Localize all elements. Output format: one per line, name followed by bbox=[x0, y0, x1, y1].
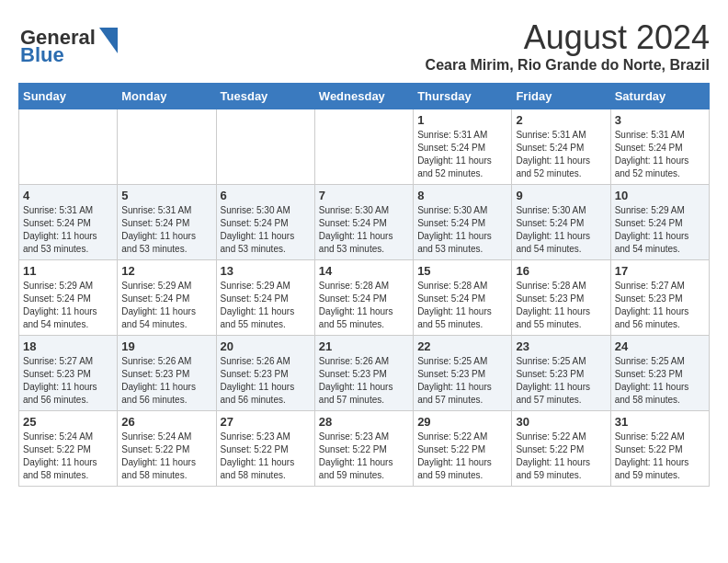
week-row-4: 18Sunrise: 5:27 AMSunset: 5:23 PMDayligh… bbox=[19, 336, 710, 411]
logo: General Blue bbox=[18, 18, 119, 64]
day-number: 25 bbox=[23, 415, 113, 429]
calendar-cell: 26Sunrise: 5:24 AMSunset: 5:22 PMDayligh… bbox=[118, 411, 216, 487]
day-number: 19 bbox=[121, 339, 211, 353]
calendar-subtitle: Ceara Mirim, Rio Grande do Norte, Brazil bbox=[426, 57, 710, 74]
calendar-cell: 21Sunrise: 5:26 AMSunset: 5:23 PMDayligh… bbox=[314, 336, 413, 411]
calendar-cell: 4Sunrise: 5:31 AMSunset: 5:24 PMDaylight… bbox=[19, 185, 118, 260]
day-number: 15 bbox=[417, 264, 507, 278]
calendar-cell: 28Sunrise: 5:23 AMSunset: 5:22 PMDayligh… bbox=[314, 411, 413, 487]
day-info: Sunrise: 5:22 AMSunset: 5:22 PMDaylight:… bbox=[615, 431, 705, 482]
calendar-cell: 8Sunrise: 5:30 AMSunset: 5:24 PMDaylight… bbox=[414, 185, 512, 260]
day-number: 30 bbox=[516, 415, 606, 429]
col-tuesday: Tuesday bbox=[216, 84, 314, 109]
day-info: Sunrise: 5:26 AMSunset: 5:23 PMDaylight:… bbox=[221, 355, 311, 407]
day-info: Sunrise: 5:30 AMSunset: 5:24 PMDaylight:… bbox=[319, 204, 409, 256]
day-info: Sunrise: 5:31 AMSunset: 5:24 PMDaylight:… bbox=[417, 129, 507, 180]
day-info: Sunrise: 5:29 AMSunset: 5:24 PMDaylight:… bbox=[615, 204, 705, 256]
day-info: Sunrise: 5:27 AMSunset: 5:23 PMDaylight:… bbox=[23, 355, 113, 407]
day-info: Sunrise: 5:22 AMSunset: 5:22 PMDaylight:… bbox=[417, 431, 507, 482]
week-row-1: 1Sunrise: 5:31 AMSunset: 5:24 PMDaylight… bbox=[19, 109, 710, 185]
calendar-cell bbox=[216, 109, 314, 185]
day-info: Sunrise: 5:28 AMSunset: 5:23 PMDaylight:… bbox=[516, 280, 606, 331]
day-number: 27 bbox=[221, 415, 311, 429]
calendar-cell bbox=[19, 109, 118, 185]
calendar-cell bbox=[314, 109, 413, 185]
header: General Blue August 2024 Ceara Mirim, Ri… bbox=[18, 18, 710, 74]
calendar-cell: 5Sunrise: 5:31 AMSunset: 5:24 PMDaylight… bbox=[118, 185, 216, 260]
day-number: 17 bbox=[615, 264, 705, 278]
week-row-3: 11Sunrise: 5:29 AMSunset: 5:24 PMDayligh… bbox=[19, 260, 710, 336]
day-info: Sunrise: 5:27 AMSunset: 5:23 PMDaylight:… bbox=[615, 280, 705, 331]
calendar-cell: 2Sunrise: 5:31 AMSunset: 5:24 PMDaylight… bbox=[512, 109, 610, 185]
col-wednesday: Wednesday bbox=[314, 84, 413, 109]
calendar-table: Sunday Monday Tuesday Wednesday Thursday… bbox=[18, 83, 710, 487]
day-info: Sunrise: 5:26 AMSunset: 5:23 PMDaylight:… bbox=[121, 355, 211, 407]
col-monday: Monday bbox=[118, 84, 216, 109]
day-info: Sunrise: 5:31 AMSunset: 5:24 PMDaylight:… bbox=[121, 204, 211, 256]
calendar-cell: 23Sunrise: 5:25 AMSunset: 5:23 PMDayligh… bbox=[512, 336, 610, 411]
svg-text:Blue: Blue bbox=[20, 43, 64, 64]
calendar-cell: 7Sunrise: 5:30 AMSunset: 5:24 PMDaylight… bbox=[314, 185, 413, 260]
calendar-cell: 18Sunrise: 5:27 AMSunset: 5:23 PMDayligh… bbox=[19, 336, 118, 411]
day-info: Sunrise: 5:23 AMSunset: 5:22 PMDaylight:… bbox=[319, 431, 409, 482]
day-info: Sunrise: 5:29 AMSunset: 5:24 PMDaylight:… bbox=[23, 280, 113, 331]
calendar-cell: 17Sunrise: 5:27 AMSunset: 5:23 PMDayligh… bbox=[610, 260, 709, 336]
day-info: Sunrise: 5:31 AMSunset: 5:24 PMDaylight:… bbox=[615, 129, 705, 180]
week-row-5: 25Sunrise: 5:24 AMSunset: 5:22 PMDayligh… bbox=[19, 411, 710, 487]
day-number: 2 bbox=[516, 113, 606, 127]
day-number: 18 bbox=[23, 339, 113, 353]
calendar-cell: 11Sunrise: 5:29 AMSunset: 5:24 PMDayligh… bbox=[19, 260, 118, 336]
day-info: Sunrise: 5:25 AMSunset: 5:23 PMDaylight:… bbox=[615, 355, 705, 407]
day-number: 3 bbox=[615, 113, 705, 127]
calendar-cell bbox=[118, 109, 216, 185]
day-number: 5 bbox=[121, 189, 211, 202]
day-number: 28 bbox=[319, 415, 409, 429]
calendar-title: August 2024 bbox=[426, 18, 710, 57]
svg-marker-2 bbox=[99, 28, 118, 53]
day-info: Sunrise: 5:31 AMSunset: 5:24 PMDaylight:… bbox=[23, 204, 113, 256]
calendar-cell: 3Sunrise: 5:31 AMSunset: 5:24 PMDaylight… bbox=[610, 109, 709, 185]
day-number: 6 bbox=[221, 189, 311, 202]
calendar-cell: 30Sunrise: 5:22 AMSunset: 5:22 PMDayligh… bbox=[512, 411, 610, 487]
day-number: 24 bbox=[615, 339, 705, 353]
day-info: Sunrise: 5:30 AMSunset: 5:24 PMDaylight:… bbox=[417, 204, 507, 256]
day-info: Sunrise: 5:26 AMSunset: 5:23 PMDaylight:… bbox=[319, 355, 409, 407]
calendar-cell: 12Sunrise: 5:29 AMSunset: 5:24 PMDayligh… bbox=[118, 260, 216, 336]
day-info: Sunrise: 5:23 AMSunset: 5:22 PMDaylight:… bbox=[221, 431, 311, 482]
day-number: 21 bbox=[319, 339, 409, 353]
day-number: 8 bbox=[417, 189, 507, 202]
day-number: 31 bbox=[615, 415, 705, 429]
day-number: 23 bbox=[516, 339, 606, 353]
day-number: 29 bbox=[417, 415, 507, 429]
col-thursday: Thursday bbox=[414, 84, 512, 109]
calendar-cell: 27Sunrise: 5:23 AMSunset: 5:22 PMDayligh… bbox=[216, 411, 314, 487]
calendar-cell: 14Sunrise: 5:28 AMSunset: 5:24 PMDayligh… bbox=[314, 260, 413, 336]
title-section: August 2024 Ceara Mirim, Rio Grande do N… bbox=[426, 18, 710, 74]
calendar-cell: 13Sunrise: 5:29 AMSunset: 5:24 PMDayligh… bbox=[216, 260, 314, 336]
day-number: 13 bbox=[221, 264, 311, 278]
logo-svg: General Blue bbox=[18, 18, 119, 64]
day-number: 7 bbox=[319, 189, 409, 202]
calendar-cell: 24Sunrise: 5:25 AMSunset: 5:23 PMDayligh… bbox=[610, 336, 709, 411]
col-sunday: Sunday bbox=[19, 84, 118, 109]
calendar-cell: 6Sunrise: 5:30 AMSunset: 5:24 PMDaylight… bbox=[216, 185, 314, 260]
day-number: 4 bbox=[23, 189, 113, 202]
calendar-cell: 19Sunrise: 5:26 AMSunset: 5:23 PMDayligh… bbox=[118, 336, 216, 411]
day-info: Sunrise: 5:24 AMSunset: 5:22 PMDaylight:… bbox=[121, 431, 211, 482]
day-info: Sunrise: 5:28 AMSunset: 5:24 PMDaylight:… bbox=[417, 280, 507, 331]
day-number: 12 bbox=[121, 264, 211, 278]
col-saturday: Saturday bbox=[610, 84, 709, 109]
calendar-cell: 22Sunrise: 5:25 AMSunset: 5:23 PMDayligh… bbox=[414, 336, 512, 411]
col-friday: Friday bbox=[512, 84, 610, 109]
day-info: Sunrise: 5:24 AMSunset: 5:22 PMDaylight:… bbox=[23, 431, 113, 482]
calendar-cell: 1Sunrise: 5:31 AMSunset: 5:24 PMDaylight… bbox=[414, 109, 512, 185]
day-number: 10 bbox=[615, 189, 705, 202]
day-number: 26 bbox=[121, 415, 211, 429]
day-number: 11 bbox=[23, 264, 113, 278]
day-info: Sunrise: 5:30 AMSunset: 5:24 PMDaylight:… bbox=[221, 204, 311, 256]
day-number: 14 bbox=[319, 264, 409, 278]
day-info: Sunrise: 5:29 AMSunset: 5:24 PMDaylight:… bbox=[121, 280, 211, 331]
day-info: Sunrise: 5:22 AMSunset: 5:22 PMDaylight:… bbox=[516, 431, 606, 482]
week-row-2: 4Sunrise: 5:31 AMSunset: 5:24 PMDaylight… bbox=[19, 185, 710, 260]
day-info: Sunrise: 5:28 AMSunset: 5:24 PMDaylight:… bbox=[319, 280, 409, 331]
